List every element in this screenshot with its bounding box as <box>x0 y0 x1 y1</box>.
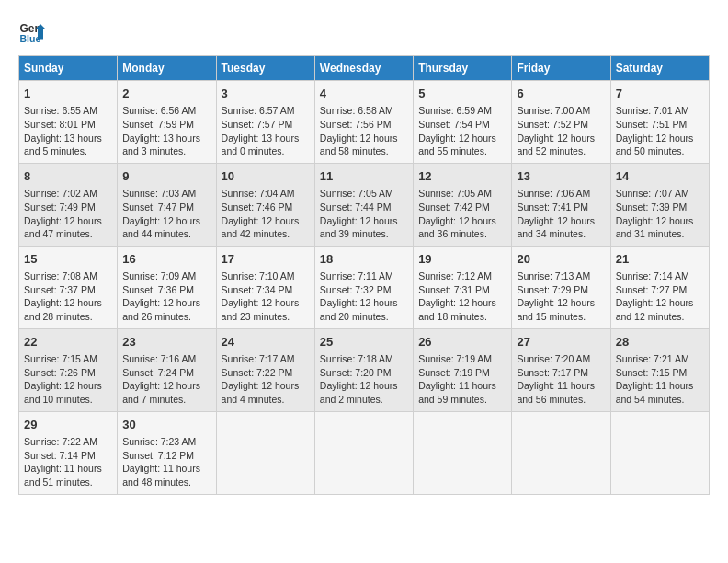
day-info-line: Daylight: 12 hours <box>418 214 506 228</box>
day-number: 18 <box>320 251 408 268</box>
col-header-friday: Friday <box>512 56 610 81</box>
day-info-line: Sunrise: 7:07 AM <box>616 187 704 201</box>
day-info-line: Sunrise: 7:23 AM <box>122 435 210 449</box>
day-info-line: Sunrise: 6:57 AM <box>222 104 310 118</box>
day-info-line: and 2 minutes. <box>320 393 408 407</box>
day-info-line: Daylight: 12 hours <box>24 379 112 393</box>
day-info-line: Sunset: 7:31 PM <box>418 283 506 297</box>
day-info-line: Sunset: 7:12 PM <box>122 449 210 463</box>
day-info-line: and 47 minutes. <box>24 227 112 241</box>
day-info-line: Sunset: 7:27 PM <box>616 283 704 297</box>
day-info-line: Sunrise: 7:18 AM <box>320 352 408 366</box>
col-header-thursday: Thursday <box>414 56 512 81</box>
day-info-line: and 59 minutes. <box>418 393 506 407</box>
day-info-line: Sunrise: 7:19 AM <box>418 352 506 366</box>
day-info-line: Daylight: 12 hours <box>320 132 408 145</box>
day-info-line: Sunset: 7:52 PM <box>517 118 605 132</box>
day-info-line: and 51 minutes. <box>24 476 112 489</box>
day-number: 21 <box>616 251 704 268</box>
day-cell: 5Sunrise: 6:59 AMSunset: 7:54 PMDaylight… <box>414 81 512 164</box>
day-info-line: Daylight: 12 hours <box>418 296 506 310</box>
day-info-line: and 48 minutes. <box>122 476 210 489</box>
day-number: 22 <box>24 334 112 350</box>
day-number: 8 <box>24 168 112 185</box>
day-info-line: Sunset: 7:26 PM <box>24 366 112 380</box>
day-info-line: Daylight: 12 hours <box>320 296 408 310</box>
col-header-monday: Monday <box>118 56 216 81</box>
day-number: 13 <box>517 168 605 185</box>
day-info-line: and 4 minutes. <box>222 393 310 407</box>
day-info-line: Sunset: 7:37 PM <box>24 283 112 297</box>
day-info-line: Daylight: 12 hours <box>616 132 704 145</box>
day-info-line: Daylight: 12 hours <box>122 296 210 310</box>
day-number: 28 <box>616 334 704 350</box>
day-info-line: and 34 minutes. <box>517 227 605 241</box>
day-info-line: Daylight: 13 hours <box>122 132 210 145</box>
day-info-line: Daylight: 11 hours <box>122 462 210 476</box>
day-info-line: Daylight: 12 hours <box>616 296 704 310</box>
day-info-line: and 42 minutes. <box>222 227 310 241</box>
day-number: 14 <box>616 168 704 185</box>
day-info-line: Daylight: 11 hours <box>517 379 605 393</box>
day-number: 16 <box>122 251 210 268</box>
day-info-line: Sunrise: 7:14 AM <box>616 270 704 283</box>
day-info-line: Sunset: 7:22 PM <box>222 366 310 380</box>
day-cell: 8Sunrise: 7:02 AMSunset: 7:49 PMDaylight… <box>19 163 118 246</box>
day-info-line: and 12 minutes. <box>616 310 704 324</box>
day-cell: 2Sunrise: 6:56 AMSunset: 7:59 PMDaylight… <box>118 81 216 164</box>
day-cell: 14Sunrise: 7:07 AMSunset: 7:39 PMDayligh… <box>610 163 709 246</box>
day-info-line: Sunset: 7:34 PM <box>222 283 310 297</box>
day-number: 24 <box>222 334 310 350</box>
day-info-line: Sunset: 7:44 PM <box>320 201 408 214</box>
day-info-line: Sunset: 7:42 PM <box>418 201 506 214</box>
page-header: Gen Blue <box>18 18 710 46</box>
day-cell <box>610 411 709 494</box>
day-info-line: Sunrise: 7:13 AM <box>517 270 605 283</box>
day-cell: 1Sunrise: 6:55 AMSunset: 8:01 PMDaylight… <box>19 81 118 164</box>
day-cell: 18Sunrise: 7:11 AMSunset: 7:32 PMDayligh… <box>314 246 413 328</box>
day-cell: 25Sunrise: 7:18 AMSunset: 7:20 PMDayligh… <box>314 328 413 411</box>
day-info-line: Sunset: 7:15 PM <box>616 366 704 380</box>
day-number: 7 <box>616 86 704 102</box>
day-info-line: Sunrise: 7:05 AM <box>320 187 408 201</box>
day-info-line: Daylight: 12 hours <box>320 379 408 393</box>
day-info-line: and 39 minutes. <box>320 227 408 241</box>
day-info-line: Sunrise: 7:00 AM <box>517 104 605 118</box>
day-info-line: and 20 minutes. <box>320 310 408 324</box>
day-number: 4 <box>320 86 408 102</box>
day-info-line: Sunrise: 7:15 AM <box>24 352 112 366</box>
col-header-tuesday: Tuesday <box>216 56 314 81</box>
day-number: 12 <box>418 168 506 185</box>
day-info-line: Sunrise: 6:58 AM <box>320 104 408 118</box>
day-number: 1 <box>24 86 112 102</box>
day-info-line: Sunrise: 6:59 AM <box>418 104 506 118</box>
day-info-line: Daylight: 12 hours <box>517 296 605 310</box>
day-cell: 13Sunrise: 7:06 AMSunset: 7:41 PMDayligh… <box>512 163 610 246</box>
day-cell <box>314 411 413 494</box>
day-info-line: Sunrise: 7:08 AM <box>24 270 112 283</box>
day-cell: 16Sunrise: 7:09 AMSunset: 7:36 PMDayligh… <box>118 246 216 328</box>
day-info-line: Sunrise: 7:06 AM <box>517 187 605 201</box>
day-info-line: Sunrise: 7:03 AM <box>122 187 210 201</box>
day-info-line: Sunset: 7:29 PM <box>517 283 605 297</box>
day-info-line: Daylight: 12 hours <box>320 214 408 228</box>
day-info-line: Daylight: 13 hours <box>222 132 310 145</box>
day-info-line: and 52 minutes. <box>517 144 605 158</box>
day-info-line: and 56 minutes. <box>517 393 605 407</box>
day-info-line: Daylight: 12 hours <box>222 296 310 310</box>
day-cell <box>414 411 512 494</box>
day-number: 9 <box>122 168 210 185</box>
day-info-line: Sunset: 7:57 PM <box>222 118 310 132</box>
day-number: 5 <box>418 86 506 102</box>
day-info-line: and 44 minutes. <box>122 227 210 241</box>
day-number: 3 <box>222 86 310 102</box>
day-info-line: and 23 minutes. <box>222 310 310 324</box>
day-info-line: Daylight: 12 hours <box>222 214 310 228</box>
day-number: 10 <box>222 168 310 185</box>
day-info-line: Sunrise: 7:02 AM <box>24 187 112 201</box>
day-info-line: Sunrise: 7:22 AM <box>24 435 112 449</box>
day-cell <box>512 411 610 494</box>
day-info-line: Sunset: 7:54 PM <box>418 118 506 132</box>
day-info-line: Sunset: 7:59 PM <box>122 118 210 132</box>
header-row: SundayMondayTuesdayWednesdayThursdayFrid… <box>19 56 710 81</box>
